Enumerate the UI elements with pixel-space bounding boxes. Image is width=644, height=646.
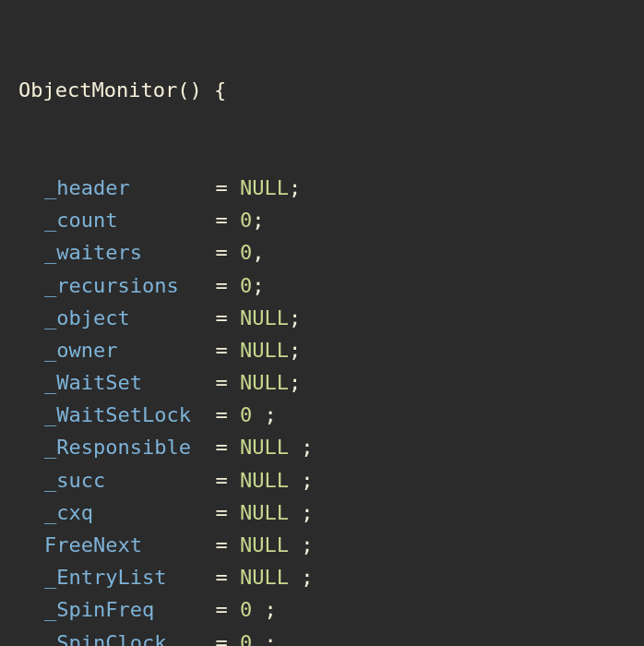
equals-sign: = [215, 566, 240, 589]
field-name: _cxq [44, 501, 93, 524]
field-name: _SpinFreq [44, 598, 154, 621]
value: 0 [240, 631, 252, 646]
code-line: _owner = NULL; [18, 334, 626, 366]
equals-sign: = [215, 176, 240, 199]
field-name: _WaitSetLock [44, 403, 191, 426]
value: 0 [240, 241, 252, 264]
field-name: FreeNext [44, 533, 142, 556]
field-name: _Responsible [44, 436, 191, 459]
equals-sign: = [215, 339, 240, 362]
equals-sign: = [215, 371, 240, 394]
padding [166, 566, 215, 589]
value: NULL [240, 306, 289, 329]
padding [105, 469, 215, 492]
value: 0 [240, 403, 252, 426]
equals-sign: = [215, 403, 240, 426]
function-name: ObjectMonitor [18, 78, 177, 102]
value: 0 [240, 274, 252, 297]
terminator: ; [289, 469, 314, 492]
field-name: _object [44, 306, 130, 329]
terminator: ; [289, 176, 301, 199]
terminator: ; [252, 598, 277, 621]
terminator: ; [252, 631, 277, 646]
field-name: _waiters [44, 241, 142, 264]
equals-sign: = [215, 598, 240, 621]
padding [117, 339, 215, 362]
equals-sign: = [215, 631, 240, 646]
code-line: _recursions = 0; [18, 269, 626, 302]
code-line: _WaitSetLock = 0 ; [18, 399, 626, 431]
equals-sign: = [215, 501, 240, 524]
padding [93, 501, 215, 524]
equals-sign: = [215, 533, 240, 556]
terminator: , [252, 241, 264, 264]
field-name: _owner [44, 339, 117, 362]
terminator: ; [289, 566, 314, 589]
terminator: ; [289, 436, 314, 459]
value: NULL [240, 501, 289, 524]
value: NULL [240, 436, 289, 459]
code-line: _cxq = NULL ; [18, 496, 626, 529]
code-line: FreeNext = NULL ; [18, 529, 626, 561]
value: NULL [240, 339, 289, 362]
terminator: ; [289, 533, 314, 556]
padding [154, 598, 215, 621]
padding [166, 631, 215, 646]
terminator: ; [252, 403, 277, 426]
parens: () [177, 78, 202, 102]
code-line: _object = NULL; [18, 302, 626, 334]
equals-sign: = [215, 469, 240, 492]
terminator: ; [289, 339, 301, 362]
padding [142, 241, 215, 264]
value: 0 [240, 598, 252, 621]
function-signature-line: ObjectMonitor() { [18, 74, 626, 106]
field-name: _EntryList [44, 566, 166, 589]
value: NULL [240, 469, 289, 492]
code-lines-container: _header = NULL;_count = 0;_waiters = 0,_… [18, 172, 626, 646]
padding [130, 306, 216, 329]
field-name: _count [44, 209, 117, 232]
equals-sign: = [215, 274, 240, 297]
equals-sign: = [215, 436, 240, 459]
terminator: ; [289, 306, 301, 329]
value: 0 [240, 209, 252, 232]
padding [191, 436, 216, 459]
terminator: ; [252, 209, 264, 232]
equals-sign: = [215, 241, 240, 264]
padding [117, 209, 215, 232]
value: NULL [240, 176, 289, 199]
field-name: _WaitSet [44, 371, 142, 394]
equals-sign: = [215, 209, 240, 232]
value: NULL [240, 371, 289, 394]
field-name: _header [44, 176, 130, 199]
padding [191, 403, 216, 426]
code-line: _WaitSet = NULL; [18, 366, 626, 399]
code-block: ObjectMonitor() { _header = NULL;_count … [18, 9, 626, 646]
code-line: _count = 0; [18, 204, 626, 236]
value: NULL [240, 533, 289, 556]
code-line: _waiters = 0, [18, 236, 626, 269]
field-name: _succ [44, 469, 105, 492]
code-line: _EntryList = NULL ; [18, 561, 626, 593]
code-line: _header = NULL; [18, 172, 626, 204]
field-name: _recursions [44, 274, 179, 297]
terminator: ; [289, 371, 301, 394]
padding [142, 371, 215, 394]
equals-sign: = [215, 306, 240, 329]
code-line: _Responsible = NULL ; [18, 431, 626, 463]
code-line: _SpinClock = 0 ; [18, 627, 626, 646]
open-brace: { [202, 78, 227, 102]
code-line: _succ = NULL ; [18, 464, 626, 496]
value: NULL [240, 566, 289, 589]
padding [142, 533, 215, 556]
padding [130, 176, 216, 199]
code-line: _SpinFreq = 0 ; [18, 593, 626, 626]
padding [179, 274, 216, 297]
field-name: _SpinClock [44, 631, 166, 646]
terminator: ; [252, 274, 264, 297]
terminator: ; [289, 501, 314, 524]
